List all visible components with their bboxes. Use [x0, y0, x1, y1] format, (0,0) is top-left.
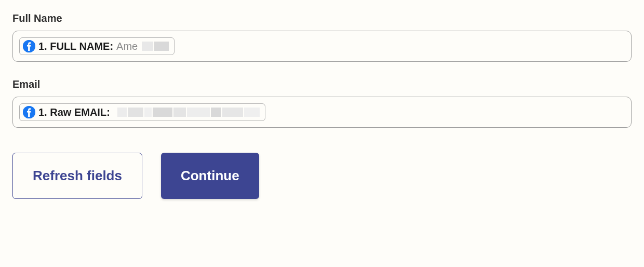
full-name-token-label: 1. FULL NAME:	[38, 41, 113, 52]
full-name-token[interactable]: 1. FULL NAME: Ame	[19, 37, 175, 55]
full-name-input[interactable]: 1. FULL NAME: Ame	[12, 31, 632, 62]
facebook-icon	[23, 106, 35, 118]
full-name-label: Full Name	[12, 12, 632, 24]
email-field-group: Email 1. Raw EMAIL:	[12, 78, 632, 128]
button-row: Refresh fields Continue	[12, 153, 632, 199]
facebook-icon	[23, 40, 35, 52]
email-label: Email	[12, 78, 632, 90]
redacted-placeholder	[142, 42, 169, 51]
email-token-label: 1. Raw EMAIL:	[38, 106, 110, 118]
full-name-token-value: Ame	[116, 41, 138, 52]
email-input[interactable]: 1. Raw EMAIL:	[12, 97, 632, 128]
continue-button[interactable]: Continue	[161, 153, 259, 199]
redacted-placeholder	[117, 108, 260, 117]
refresh-fields-button[interactable]: Refresh fields	[12, 153, 142, 199]
full-name-field-group: Full Name 1. FULL NAME: Ame	[12, 12, 632, 62]
email-token[interactable]: 1. Raw EMAIL:	[19, 103, 265, 121]
